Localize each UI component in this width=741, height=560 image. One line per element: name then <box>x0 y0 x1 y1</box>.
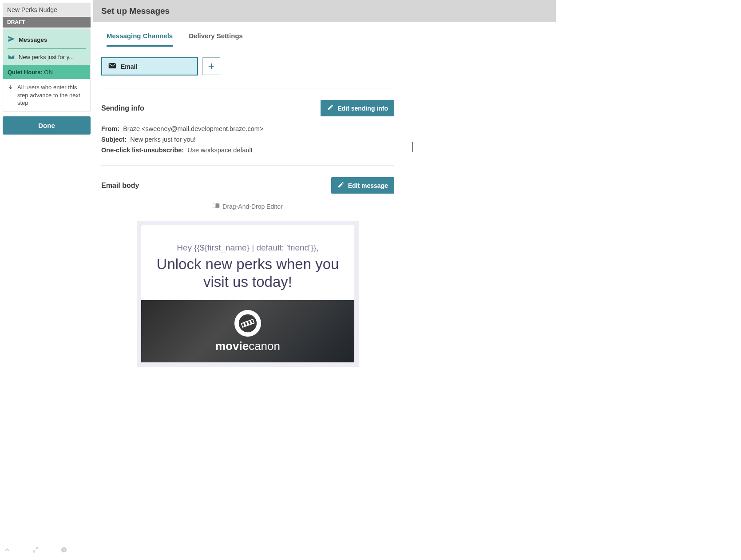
svg-rect-0 <box>109 63 116 68</box>
quiet-hours-value: ON <box>44 69 53 75</box>
unsubscribe-label: One-click list-unsubscribe: <box>101 147 184 154</box>
edit-sending-info-label: Edit sending info <box>337 105 388 112</box>
status-badge: DRAFT <box>3 17 91 28</box>
envelope-icon <box>108 63 116 70</box>
edit-sending-info-button[interactable]: Edit sending info <box>321 100 394 116</box>
sidebar-item-label: New perks just for y... <box>19 54 74 60</box>
quiet-hours-bar[interactable]: Quiet Hours: ON <box>3 65 90 79</box>
add-channel-button[interactable] <box>202 57 220 75</box>
from-value: Braze <sweeney@mail.development.braze.co… <box>123 125 263 132</box>
email-body-title: Email body <box>101 182 139 190</box>
advance-text: All users who enter this step advance to… <box>17 83 86 107</box>
preview-headline: Unlock new perks when you visit us today… <box>155 255 341 290</box>
channel-row: Email <box>101 57 394 88</box>
page-title: Set up Messages <box>93 0 556 22</box>
edit-message-label: Edit message <box>348 182 388 189</box>
film-reel-icon <box>234 310 261 337</box>
envelope-icon <box>8 53 15 61</box>
sending-info-section: Sending info Edit sending info From: Bra… <box>101 100 394 166</box>
subject-label: Subject: <box>101 136 127 143</box>
sidebar-item-message-preview[interactable]: New perks just for y... <box>8 52 86 65</box>
sidebar: New Perks Nudge DRAFT Messages New perks… <box>0 0 93 420</box>
tabs: Messaging Channels Delivery Settings <box>101 22 548 47</box>
email-body-section: Email body Edit message Drag-And-Drop Ed… <box>101 177 394 367</box>
channel-chip-email[interactable]: Email <box>101 57 198 75</box>
text-cursor <box>412 142 413 152</box>
preview-greeting: Hey {{${first_name} | default: 'friend'}… <box>155 243 341 253</box>
drag-editor-icon <box>213 203 220 210</box>
sidebar-item-messages[interactable]: Messages <box>8 33 86 49</box>
subject-field: Subject: New perks just for you! <box>101 136 394 143</box>
tab-messaging-channels[interactable]: Messaging Channels <box>107 32 173 47</box>
from-field: From: Braze <sweeney@mail.development.br… <box>101 125 394 132</box>
sending-info-title: Sending info <box>101 104 144 112</box>
from-label: From: <box>101 125 119 132</box>
tab-delivery-settings[interactable]: Delivery Settings <box>189 32 243 47</box>
plus-icon <box>208 63 215 70</box>
svg-rect-1 <box>213 203 215 208</box>
svg-rect-2 <box>216 203 219 208</box>
arrow-down-icon <box>8 84 14 107</box>
brand-label: moviecanon <box>215 339 280 353</box>
preview-hero: moviecanon <box>141 300 354 362</box>
sidebar-item-label: Messages <box>19 36 48 43</box>
editor-type-label: Drag-And-Drop Editor <box>101 203 394 210</box>
edit-message-button[interactable]: Edit message <box>331 177 394 194</box>
edit-icon <box>327 104 334 112</box>
edit-icon <box>337 181 345 190</box>
advance-rule: All users who enter this step advance to… <box>3 79 90 111</box>
subject-value: New perks just for you! <box>130 136 195 143</box>
unsubscribe-value: Use workspace default <box>187 147 253 154</box>
channel-chip-label: Email <box>121 63 137 70</box>
editor-type-value: Drag-And-Drop Editor <box>222 203 282 210</box>
main-panel: Set up Messages Messaging Channels Deliv… <box>93 0 556 420</box>
unsubscribe-field: One-click list-unsubscribe: Use workspac… <box>101 147 394 154</box>
quiet-hours-label: Quiet Hours: <box>8 69 43 75</box>
done-button[interactable]: Done <box>3 116 91 135</box>
email-preview[interactable]: Hey {{${first_name} | default: 'friend'}… <box>137 221 359 367</box>
brand-part-2: canon <box>249 339 280 353</box>
campaign-title: New Perks Nudge <box>3 3 91 17</box>
step-card[interactable]: Messages New perks just for y... Quiet H… <box>3 28 91 112</box>
brand-part-1: movie <box>215 339 249 353</box>
paper-plane-icon <box>8 35 15 44</box>
